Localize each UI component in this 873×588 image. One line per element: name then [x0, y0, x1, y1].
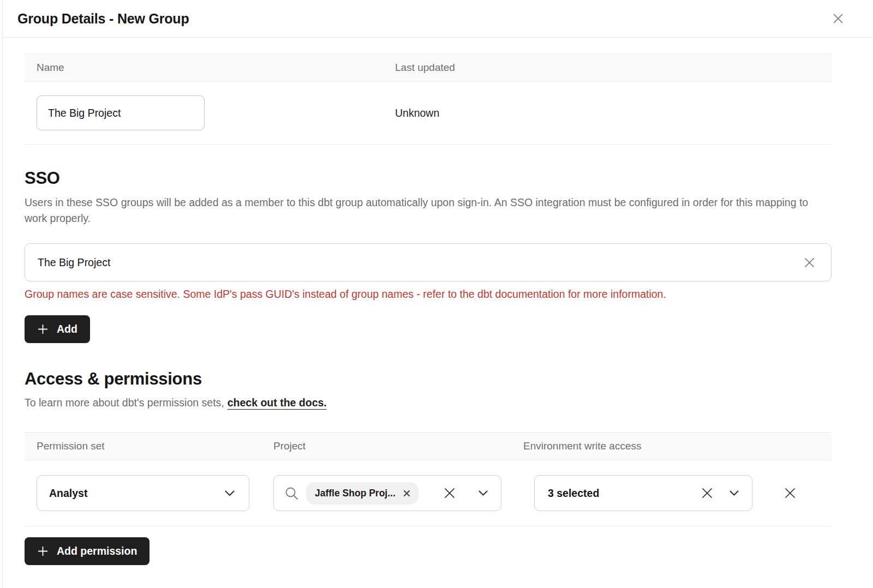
- plus-icon: [37, 545, 49, 557]
- modal-header: Group Details - New Group: [3, 0, 873, 38]
- chevron-down-icon: [225, 490, 235, 496]
- project-chip-label: Jaffle Shop Proj...: [315, 488, 396, 499]
- environment-write-access-cell: 3 selected: [511, 475, 832, 511]
- add-permission-button[interactable]: Add permission: [25, 537, 150, 565]
- environment-clear-button[interactable]: [699, 485, 715, 501]
- group-name-table: Name Last updated Unknown: [25, 53, 832, 145]
- chip-remove-icon: [403, 490, 410, 497]
- project-cell: Jaffle Shop Proj...: [261, 475, 511, 511]
- project-clear-button[interactable]: [442, 485, 457, 501]
- docs-line: To learn more about dbt's permission set…: [25, 397, 832, 409]
- add-button-label: Add: [57, 323, 77, 335]
- modal-content: Name Last updated Unknown SSO Users in t…: [3, 53, 873, 587]
- name-cell: [25, 95, 383, 130]
- clear-icon: [699, 485, 715, 501]
- search-icon: [284, 486, 299, 501]
- permission-row: Analyst Jaffle Shop Proj...: [25, 460, 832, 526]
- column-header-project: Project: [261, 433, 511, 460]
- sso-helper-text: Group names are case sensitive. Some IdP…: [25, 288, 832, 301]
- sso-group-input[interactable]: [38, 256, 802, 269]
- project-multiselect[interactable]: Jaffle Shop Proj...: [273, 475, 501, 511]
- last-updated-value: Unknown: [383, 95, 832, 130]
- column-header-name: Name: [25, 54, 383, 81]
- chip-remove-button[interactable]: [403, 490, 410, 497]
- group-name-table-header: Name Last updated: [25, 54, 832, 82]
- access-permissions-heading: Access & permissions: [25, 369, 832, 389]
- add-permission-button-label: Add permission: [57, 545, 137, 557]
- sso-clear-button[interactable]: [802, 255, 817, 270]
- clear-icon: [442, 485, 457, 501]
- docs-text: To learn more about dbt's permission set…: [25, 397, 224, 409]
- permissions-table-header: Permission set Project Environment write…: [25, 433, 832, 460]
- environment-selected-count: 3 selected: [548, 487, 599, 500]
- permissions-table: Permission set Project Environment write…: [25, 432, 832, 526]
- remove-row-icon: [782, 485, 798, 501]
- environment-select-controls: [699, 485, 739, 501]
- group-details-modal: Group Details - New Group Name Last upda…: [2, 0, 873, 588]
- permission-set-cell: Analyst: [25, 475, 261, 511]
- table-row: Unknown: [25, 82, 832, 144]
- docs-link[interactable]: check out the docs.: [228, 397, 327, 409]
- permission-set-select[interactable]: Analyst: [37, 475, 249, 511]
- delete-permission-row-button[interactable]: [782, 485, 798, 501]
- sso-description: Users in these SSO groups will be added …: [25, 195, 832, 226]
- chevron-down-icon: [730, 490, 739, 496]
- add-sso-group-button[interactable]: Add: [25, 315, 90, 343]
- plus-icon: [37, 323, 49, 335]
- close-button[interactable]: [830, 11, 846, 26]
- column-header-last-updated: Last updated: [383, 54, 832, 81]
- page-title: Group Details - New Group: [17, 11, 189, 27]
- environment-write-access-select[interactable]: 3 selected: [534, 475, 752, 511]
- clear-icon: [802, 255, 817, 270]
- column-header-permission-set: Permission set: [25, 433, 261, 460]
- column-header-environment-write-access: Environment write access: [511, 433, 832, 460]
- close-icon: [830, 11, 846, 26]
- group-name-input[interactable]: [37, 95, 205, 130]
- permission-set-value: Analyst: [49, 487, 87, 500]
- project-chip: Jaffle Shop Proj...: [306, 482, 418, 505]
- sso-group-field: [25, 243, 832, 281]
- chevron-down-icon: [479, 490, 488, 496]
- sso-heading: SSO: [25, 169, 832, 188]
